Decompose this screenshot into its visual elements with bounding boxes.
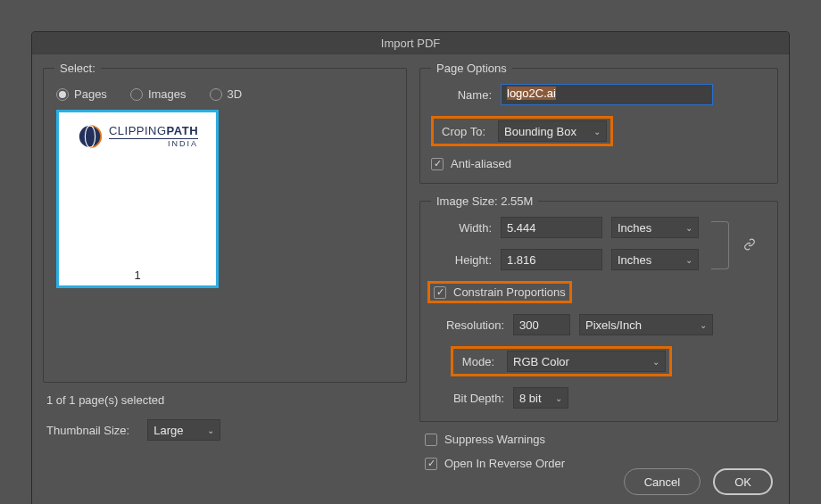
name-value: logo2C.ai — [507, 87, 556, 100]
logo-globe-icon — [77, 123, 104, 150]
constrain-proportions-checkbox[interactable]: Constrain Proportions — [434, 285, 566, 299]
selection-status: 1 of 1 page(s) selected — [46, 393, 407, 407]
checkbox-icon — [431, 158, 444, 170]
name-label: Name: — [431, 88, 501, 102]
radio-dot-icon — [56, 88, 69, 101]
anti-aliased-label: Anti-aliased — [451, 157, 511, 170]
thumbnail-size-select[interactable]: Large ⌄ — [147, 419, 220, 441]
width-label: Width: — [431, 221, 501, 235]
radio-pages-label: Pages — [74, 87, 107, 101]
thumbnail-number: 1 — [59, 267, 216, 285]
checkbox-icon — [434, 286, 446, 299]
import-pdf-dialog: Import PDF Select: Pages Images 3D — [31, 31, 790, 504]
chevron-down-icon: ⌄ — [593, 127, 601, 136]
constrain-highlight: Constrain Proportions — [427, 281, 572, 303]
thumbnail-size-label: Thumbnail Size: — [46, 424, 138, 437]
width-field[interactable] — [501, 217, 602, 238]
open-reverse-order-checkbox[interactable]: Open In Reverse Order — [425, 457, 565, 470]
image-size-legend: Image Size: 2.55M — [431, 194, 538, 208]
name-field[interactable]: logo2C.ai — [501, 84, 713, 105]
image-size-panel: Image Size: 2.55M Width: Inches ⌄ — [419, 194, 778, 422]
crop-to-select[interactable]: Bounding Box ⌄ — [498, 120, 607, 142]
mode-value: RGB Color — [513, 355, 569, 368]
radio-pages[interactable]: Pages — [56, 87, 107, 101]
bitdepth-value: 8 bit — [519, 392, 542, 405]
dimension-link-bracket — [711, 221, 729, 269]
page-options-panel: Page Options Name: logo2C.ai Crop To: Bo… — [419, 62, 778, 184]
crop-to-label: Crop To: — [437, 125, 491, 138]
constrain-label: Constrain Proportions — [453, 285, 566, 299]
radio-dot-icon — [130, 88, 143, 101]
select-panel: Select: Pages Images 3D — [43, 62, 407, 383]
bitdepth-select[interactable]: 8 bit ⌄ — [513, 387, 568, 409]
chevron-down-icon: ⌄ — [685, 255, 692, 265]
bitdepth-label: Bit Depth: — [431, 392, 513, 405]
mode-highlight: Mode: RGB Color ⌄ — [451, 346, 672, 376]
mode-label: Mode: — [457, 355, 500, 368]
anti-aliased-checkbox[interactable]: Anti-aliased — [431, 157, 511, 170]
thumbnail-logo-text: CLIPPINGPATH INDIA — [109, 125, 198, 148]
resolution-field[interactable] — [513, 314, 570, 335]
height-unit-value: Inches — [618, 253, 651, 267]
radio-3d[interactable]: 3D — [210, 87, 243, 101]
chevron-down-icon: ⌄ — [700, 320, 707, 330]
width-unit-value: Inches — [618, 221, 651, 235]
mode-select[interactable]: RGB Color ⌄ — [507, 351, 666, 372]
thumbnail-preview: CLIPPINGPATH INDIA — [59, 112, 216, 267]
radio-images[interactable]: Images — [130, 87, 187, 101]
page-thumbnail[interactable]: CLIPPINGPATH INDIA 1 — [56, 110, 219, 288]
resolution-unit-select[interactable]: Pixels/Inch ⌄ — [579, 314, 713, 335]
thumbnail-size-value: Large — [153, 424, 183, 437]
page-options-legend: Page Options — [431, 62, 512, 75]
cancel-button[interactable]: Cancel — [624, 468, 701, 495]
checkbox-icon — [425, 458, 437, 470]
dialog-title: Import PDF — [32, 32, 789, 54]
select-legend: Select: — [54, 62, 101, 75]
resolution-label: Resolution: — [431, 318, 513, 332]
suppress-warnings-checkbox[interactable]: Suppress Warnings — [425, 433, 545, 446]
crop-to-highlight: Crop To: Bounding Box ⌄ — [431, 116, 613, 146]
radio-3d-label: 3D — [228, 87, 243, 101]
open-reverse-order-label: Open In Reverse Order — [444, 457, 565, 470]
resolution-unit-value: Pixels/Inch — [585, 318, 642, 332]
chevron-down-icon: ⌄ — [207, 426, 214, 435]
link-icon[interactable] — [743, 238, 756, 253]
height-field[interactable] — [501, 249, 602, 270]
width-unit-select[interactable]: Inches ⌄ — [611, 217, 699, 238]
chevron-down-icon: ⌄ — [685, 223, 692, 233]
checkbox-icon — [425, 434, 437, 446]
suppress-warnings-label: Suppress Warnings — [444, 433, 545, 446]
chevron-down-icon: ⌄ — [652, 357, 659, 367]
ok-button[interactable]: OK — [713, 468, 773, 495]
radio-images-label: Images — [148, 87, 187, 101]
height-label: Height: — [431, 253, 501, 267]
crop-to-value: Bounding Box — [504, 125, 576, 138]
height-unit-select[interactable]: Inches ⌄ — [611, 249, 699, 270]
radio-dot-icon — [210, 88, 222, 101]
chevron-down-icon: ⌄ — [555, 393, 562, 403]
